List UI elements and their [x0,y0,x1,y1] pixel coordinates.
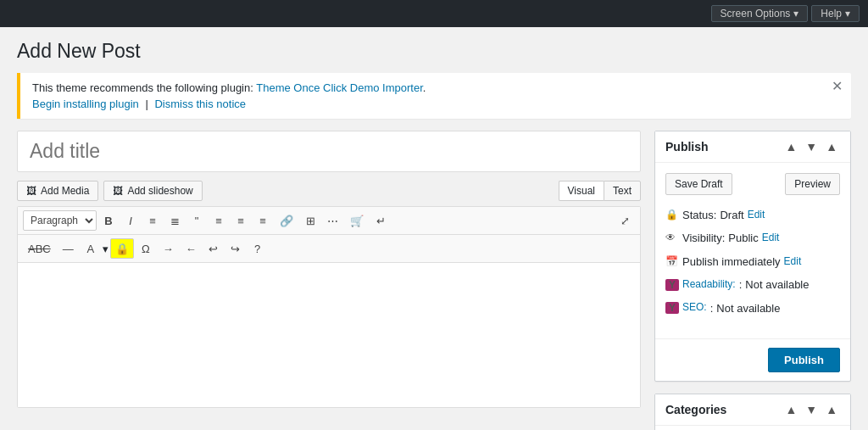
editor-body[interactable] [18,263,640,407]
screen-options-chevron: ▾ [793,8,798,20]
horizontal-rule-button[interactable]: — [58,238,79,259]
publish-panel-toggle[interactable]: ▲ [823,138,840,155]
content-layout: 🖼 Add Media 🖼 Add slideshow Visual Text [17,131,851,430]
align-right-button[interactable]: ≡ [253,210,273,231]
page-title: Add New Post [17,40,851,63]
help-chevron: ▾ [845,8,850,20]
plugin-link[interactable]: Theme Once Click Demo Importer [256,81,423,94]
publish-button[interactable]: Publish [768,348,840,372]
visual-tab[interactable]: Visual [559,181,604,201]
readability-value: Not available [745,275,809,294]
publish-panel-collapse-down[interactable]: ▼ [803,138,820,155]
categories-panel-up[interactable]: ▲ [782,401,799,418]
help-button[interactable]: Help ▾ [811,5,860,22]
preview-button[interactable]: Preview [785,173,840,195]
text-tab[interactable]: Text [604,181,641,201]
editor-toolbar-row2: ABC — A ▾ 🔒 Ω → ← ↩ ↪ ? [18,235,640,263]
editor-area: 🖼 Add Media 🖼 Add slideshow Visual Text [17,131,641,408]
status-row: 🔒 Status: Draft Edit [665,205,840,225]
publish-footer: Publish [655,338,850,381]
publish-panel-header: Publish ▲ ▼ ▲ [655,131,850,163]
help-toolbar-button[interactable]: ? [248,238,268,259]
visibility-row: 👁 Visibility: Public Edit [665,228,840,248]
publish-panel-controls: ▲ ▼ ▲ [782,138,840,155]
visibility-edit-link[interactable]: Edit [762,229,780,248]
categories-panel-body: All Categories Most Used E-Commerce - Fa… [655,426,850,430]
admin-bar: Screen Options ▾ Help ▾ [0,0,868,27]
visibility-label: Visibility: [682,228,725,248]
save-draft-button[interactable]: Save Draft [665,173,732,195]
redo-button[interactable]: ↪ [225,238,246,259]
publish-when-label: Publish immediately [682,252,781,271]
font-color-button[interactable]: A [81,238,101,259]
special-char-button[interactable]: Ω [136,238,156,259]
categories-panel-down[interactable]: ▼ [803,401,820,418]
editor-toolbar-row1: Paragraph B I ≡ ≣ " ≡ ≡ ≡ 🔗 ⊞ ⋯ 🛒 ↵ ⤢ [18,207,640,235]
rtl-button[interactable]: ↵ [370,210,391,231]
strikethrough-button[interactable]: ABC [23,238,56,259]
publish-meta: 🔒 Status: Draft Edit 👁 Visibility: Publi… [665,205,840,318]
link-button[interactable]: 🔗 [275,210,298,231]
ordered-list-button[interactable]: ≣ [164,210,185,231]
undo-button[interactable]: ↩ [203,238,224,259]
categories-panel-title: Categories [665,403,782,416]
status-label: Status: [682,205,716,225]
publish-when-edit-link[interactable]: Edit [784,253,802,271]
sidebar: Publish ▲ ▼ ▲ Save Draft Preview 🔒 [654,131,851,430]
visibility-icon: 👁 [665,229,679,248]
slideshow-icon: 🖼 [113,185,123,197]
cart-button[interactable]: 🛒 [345,210,369,231]
publish-when-row: 📅 Publish immediately Edit [665,252,840,271]
screen-options-label: Screen Options [721,8,791,20]
media-toolbar: 🖼 Add Media 🖼 Add slideshow Visual Text [17,181,641,201]
seo-value: Not available [716,299,780,318]
visibility-value: Public [728,228,758,248]
readability-row: Y Readability:: Not available [665,275,840,294]
notice-actions: Begin installing plugin | Dismiss this n… [32,98,839,110]
add-media-label: Add Media [41,185,89,197]
notice-text: This theme recommends the following plug… [32,81,426,94]
add-media-button[interactable]: 🖼 Add Media [17,181,98,201]
publish-panel-collapse-up[interactable]: ▲ [782,138,799,155]
status-icon: 🔒 [665,206,679,225]
paragraph-select[interactable]: Paragraph [23,210,97,231]
align-center-button[interactable]: ≡ [231,210,251,231]
italic-button[interactable]: I [120,210,141,231]
color-dropdown-icon: ▾ [103,243,108,255]
help-label: Help [821,8,842,20]
post-title-input[interactable] [17,131,641,172]
readability-link[interactable]: Readability: [682,276,736,294]
seo-link[interactable]: SEO: [682,299,707,317]
dismiss-notice-link[interactable]: Dismiss this notice [154,98,246,110]
categories-panel-controls: ▲ ▼ ▲ [782,401,840,418]
wp-editor: Paragraph B I ≡ ≣ " ≡ ≡ ≡ 🔗 ⊞ ⋯ 🛒 ↵ ⤢ [17,206,641,408]
highlight-button[interactable]: 🔒 [110,238,134,259]
plugin-notice: This theme recommends the following plug… [17,73,851,119]
install-plugin-link[interactable]: Begin installing plugin [32,98,139,110]
notice-close-button[interactable]: ✕ [832,80,843,93]
calendar-icon: 📅 [665,253,679,271]
yoast-seo-icon: Y [665,302,679,314]
publish-panel-title: Publish [665,140,782,154]
screen-options-button[interactable]: Screen Options ▾ [711,5,809,22]
table-button[interactable]: ⊞ [300,210,320,231]
add-media-icon: 🖼 [26,185,36,197]
add-slideshow-button[interactable]: 🖼 Add slideshow [103,181,202,201]
add-slideshow-label: Add slideshow [127,185,192,197]
categories-panel-toggle[interactable]: ▲ [823,401,840,418]
indent-button[interactable]: → [158,238,179,259]
status-edit-link[interactable]: Edit [748,206,765,225]
bold-button[interactable]: B [98,210,119,231]
yoast-readability-icon: Y [665,279,679,291]
categories-panel-header: Categories ▲ ▼ ▲ [655,394,850,426]
status-value: Draft [720,205,743,225]
more-button[interactable]: ⋯ [322,210,343,231]
view-switcher: Visual Text [559,181,641,201]
publish-actions: Save Draft Preview [665,173,840,195]
align-left-button[interactable]: ≡ [209,210,229,231]
expand-button[interactable]: ⤢ [615,210,635,231]
publish-panel-body: Save Draft Preview 🔒 Status: Draft Edit … [655,163,850,332]
outdent-button[interactable]: ← [181,238,202,259]
unordered-list-button[interactable]: ≡ [142,210,163,231]
blockquote-button[interactable]: " [186,210,207,231]
